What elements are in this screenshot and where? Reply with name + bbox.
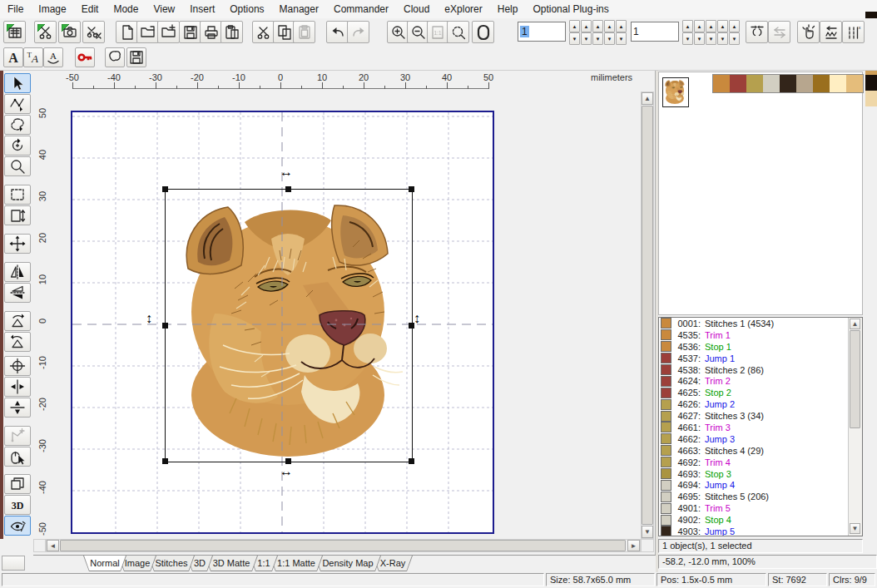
order-field-2-spin-down-4[interactable]: ▼ (729, 32, 740, 45)
menu-options[interactable]: Options (222, 1, 271, 18)
order-field-1-spin-up-4[interactable]: ▲ (616, 20, 627, 32)
design-canvas[interactable]: 50403020100-10-20-30-40-50 ↔ ↔ ↕ ↕ (33, 91, 641, 539)
stitch-list-row[interactable]: 4624:Trim 2 (659, 375, 862, 387)
tool-mouse-assist[interactable] (4, 447, 31, 467)
menu-cloud[interactable]: Cloud (396, 1, 437, 18)
scroll-down-button[interactable]: ▼ (642, 526, 653, 538)
design-editor-button[interactable] (3, 21, 26, 43)
stitch-list-row[interactable]: 4626:Jump 2 (659, 398, 862, 410)
selection-box[interactable] (165, 189, 413, 462)
menu-explorer[interactable]: eXplorer (437, 1, 489, 18)
menu-mode[interactable]: Mode (106, 1, 146, 18)
tab-density-map[interactable]: Density Map (315, 556, 381, 571)
zoom-in-button[interactable] (387, 21, 409, 43)
resize-width-arrow-top[interactable]: ↔ (280, 166, 293, 179)
tool-zoom-tool[interactable] (4, 156, 31, 176)
menu-help[interactable]: Help (490, 1, 526, 18)
save-small-button[interactable] (126, 47, 146, 67)
tool-center-vertical[interactable] (4, 398, 31, 418)
cut-button[interactable] (252, 21, 275, 43)
tool-edit-stitches[interactable] (4, 94, 31, 114)
zoom-out-button[interactable] (407, 21, 429, 43)
tool-flip-horizontal[interactable] (4, 262, 31, 282)
tool-center-horizontal[interactable] (4, 377, 31, 397)
stitch-list-row[interactable]: 4536:Stop 1 (659, 341, 862, 353)
paste-button[interactable] (293, 21, 315, 43)
order-field-2-spin-up-0[interactable]: ▲ (682, 20, 693, 32)
freehand-shape-button[interactable] (105, 47, 125, 67)
thread-color-swatch-4[interactable] (763, 75, 780, 92)
stitch-scissors-button[interactable] (34, 21, 57, 43)
selection-handle[interactable] (162, 458, 168, 464)
order-field-1-spin-up-3[interactable]: ▲ (604, 20, 615, 32)
letter-a-button[interactable]: A (3, 47, 23, 67)
menu-insert[interactable]: Insert (182, 1, 222, 18)
stitch-list-row[interactable]: 4901:Trim 5 (659, 502, 862, 514)
tool-rect-select[interactable] (4, 185, 31, 205)
hoop-button[interactable] (472, 21, 494, 43)
menu-image[interactable]: Image (31, 1, 73, 18)
list-scroll-down-button[interactable]: ▼ (850, 523, 860, 534)
tool-select-arrow[interactable] (4, 73, 31, 93)
tool-rotate-left[interactable] (4, 332, 31, 352)
stitch-list-row[interactable]: 4694:Jump 4 (659, 479, 862, 491)
photo-camera-button[interactable] (58, 21, 81, 43)
tool-resize-page[interactable] (4, 205, 31, 225)
resize-width-arrow-bottom[interactable]: ↔ (280, 465, 293, 478)
tab-corner-button[interactable] (2, 556, 25, 571)
menu-manager[interactable]: Manager (272, 1, 326, 18)
stitch-list-row[interactable]: 4535:Trim 1 (659, 329, 862, 341)
order-field-2-spin-up-3[interactable]: ▲ (717, 20, 728, 32)
order-field-1-spin-up-1[interactable]: ▲ (581, 20, 592, 32)
order-field-1-spin-down-2[interactable]: ▼ (592, 32, 603, 45)
redo-button[interactable] (347, 21, 369, 43)
order-field-2[interactable]: 1 (631, 22, 679, 42)
tab-3d-matte[interactable]: 3D Matte (205, 556, 258, 571)
list-scroll-up-button[interactable]: ▲ (850, 319, 860, 329)
tab-normal[interactable]: Normal (83, 556, 126, 571)
scroll-up-button[interactable]: ▲ (642, 92, 653, 105)
order-field-2-spin-down-1[interactable]: ▼ (694, 32, 705, 45)
thread-color-swatch-2[interactable] (730, 75, 746, 92)
density-lines-button[interactable]: x (842, 21, 865, 43)
order-field-2-spin-down-2[interactable]: ▼ (706, 32, 716, 45)
resize-height-arrow-left[interactable]: ↕ (146, 312, 152, 325)
thread-color-swatch-7[interactable] (813, 75, 830, 92)
copy-button[interactable] (273, 21, 295, 43)
stitch-list-row[interactable]: 4692:Trim 4 (659, 457, 862, 468)
order-field-1-spin-down-3[interactable]: ▼ (604, 32, 615, 45)
thread-color-swatch-9[interactable] (846, 75, 863, 92)
tool-overlap-window[interactable] (4, 474, 31, 494)
horizontal-scroll-thumb[interactable] (60, 540, 626, 551)
stitch-list[interactable]: 0001:Stitches 1 (4534)4535:Trim 14536:St… (658, 317, 863, 536)
selection-handle[interactable] (162, 323, 168, 329)
stitch-list-row[interactable]: 4537:Jump 1 (659, 353, 862, 364)
stitch-list-row[interactable]: 4625:Stop 2 (659, 387, 862, 398)
selection-handle[interactable] (285, 186, 291, 192)
tool-center-origin[interactable] (4, 356, 31, 376)
zoom-select-button[interactable] (447, 21, 469, 43)
thread-color-swatch-8[interactable] (830, 75, 846, 92)
order-field-2-spin-down-3[interactable]: ▼ (717, 32, 728, 45)
tool-rotate-tool[interactable] (4, 136, 31, 156)
selection-handle[interactable] (409, 186, 414, 192)
stitch-list-row[interactable]: 4902:Stop 4 (659, 514, 862, 526)
tool-quick-redraw[interactable] (4, 516, 31, 536)
order-field-1-spin-up-0[interactable]: ▲ (569, 20, 580, 32)
scissors-cross-button[interactable] (82, 21, 105, 43)
reverse-order-button[interactable] (746, 21, 768, 43)
order-field-1[interactable]: 1 (518, 22, 566, 42)
password-key-button[interactable] (75, 47, 95, 67)
order-field-2-spin-down-0[interactable]: ▼ (682, 32, 693, 45)
tool-lasso-select[interactable] (4, 115, 31, 135)
order-field-1-spin-down-0[interactable]: ▼ (569, 32, 580, 45)
stitch-list-row[interactable]: 4903:Jump 5 (659, 526, 862, 536)
new-file-button[interactable] (116, 21, 138, 43)
open-folder-button[interactable] (136, 21, 159, 43)
small-text-button[interactable]: TA (23, 47, 43, 67)
selection-handle[interactable] (285, 458, 291, 464)
stitch-list-row[interactable]: 4661:Trim 3 (659, 422, 862, 433)
tool-view-3d[interactable]: 3D (4, 495, 31, 515)
tab-1-1-matte[interactable]: 1:1 Matte (270, 556, 323, 571)
stitch-list-scrollbar[interactable]: ▲ ▼ (848, 318, 862, 536)
